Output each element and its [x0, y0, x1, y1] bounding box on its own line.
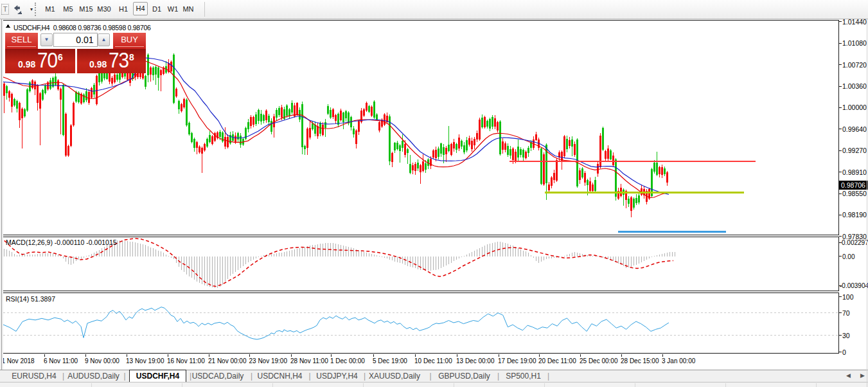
svg-text:10 Dec 11:00: 10 Dec 11:00 — [414, 357, 452, 364]
svg-text:13 Dec 00:00: 13 Dec 00:00 — [456, 357, 495, 364]
svg-text:17 Dec 19:00: 17 Dec 19:00 — [498, 357, 536, 364]
svg-text:13 Nov 19:00: 13 Nov 19:00 — [126, 357, 164, 364]
svg-text:1.01080: 1.01080 — [842, 39, 867, 47]
svg-text:30: 30 — [842, 332, 850, 339]
svg-text:3 Jan 00:00: 3 Jan 00:00 — [662, 357, 696, 364]
svg-text:0.002297: 0.002297 — [842, 239, 868, 246]
svg-text:1.00720: 1.00720 — [842, 61, 867, 69]
svg-text:0.00: 0.00 — [842, 253, 855, 260]
svg-text:28 Dec 15:00: 28 Dec 15:00 — [621, 357, 659, 364]
svg-text:1 Dec 00:00: 1 Dec 00:00 — [330, 357, 365, 364]
svg-text:RSI(14) 51.3897: RSI(14) 51.3897 — [6, 295, 55, 303]
svg-text:25 Dec 00:00: 25 Dec 00:00 — [580, 357, 618, 364]
svg-text:28 Nov 11:00: 28 Nov 11:00 — [290, 357, 328, 364]
svg-text:1.00360: 1.00360 — [842, 82, 867, 90]
svg-text:21 Nov 00:00: 21 Nov 00:00 — [208, 357, 247, 364]
svg-text:5 Dec 19:00: 5 Dec 19:00 — [373, 357, 407, 364]
svg-text:6 Nov 11:00: 6 Nov 11:00 — [44, 357, 78, 364]
svg-text:100: 100 — [842, 293, 854, 301]
svg-text:70: 70 — [842, 309, 850, 317]
svg-text:-0.003904: -0.003904 — [840, 282, 868, 289]
svg-text:0.98910: 0.98910 — [842, 168, 867, 176]
svg-text:20 Dec 11:00: 20 Dec 11:00 — [538, 357, 576, 364]
svg-text:0.99640: 0.99640 — [842, 125, 867, 133]
svg-text:9 Nov 00:00: 9 Nov 00:00 — [85, 357, 120, 364]
svg-text:0.98550: 0.98550 — [842, 190, 867, 197]
svg-text:0.98190: 0.98190 — [842, 211, 867, 219]
svg-text:16 Nov 11:00: 16 Nov 11:00 — [167, 357, 205, 364]
svg-text:23 Nov 19:00: 23 Nov 19:00 — [249, 357, 288, 364]
svg-text:USDCHF,H4 0.98608 0.98736 0.9: USDCHF,H4 0.98608 0.98736 0.98598 0.9870… — [13, 24, 151, 32]
svg-text:1 Nov 2018: 1 Nov 2018 — [2, 357, 35, 364]
svg-text:0.98706: 0.98706 — [841, 181, 865, 189]
svg-text:0.99270: 0.99270 — [842, 147, 867, 154]
svg-text:1.00000: 1.00000 — [842, 104, 867, 111]
svg-text:MACD(12,26,9) -0.000110 -0.001: MACD(12,26,9) -0.000110 -0.001015 — [6, 239, 117, 246]
svg-text:0: 0 — [842, 348, 846, 356]
